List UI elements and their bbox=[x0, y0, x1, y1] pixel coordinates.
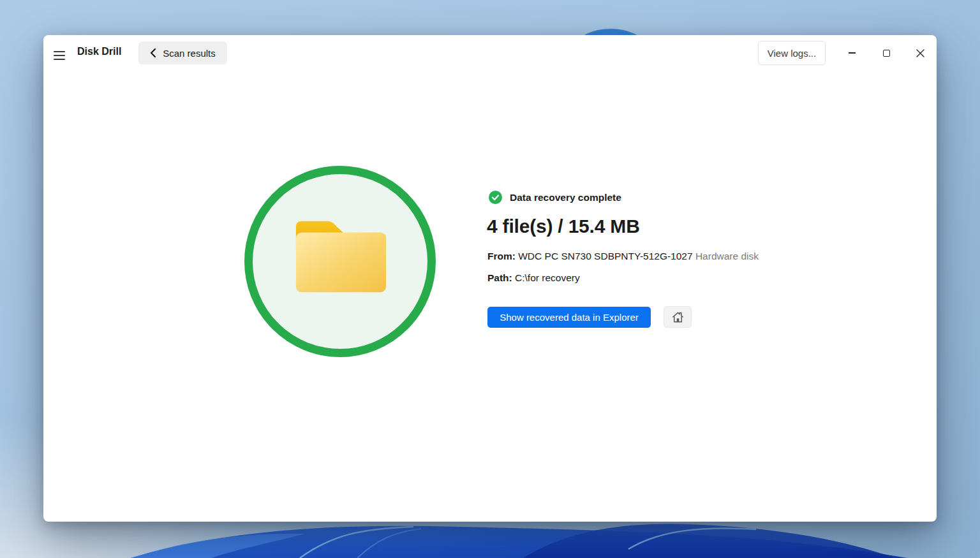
app-title: Disk Drill bbox=[77, 46, 121, 57]
check-circle-icon bbox=[489, 191, 502, 204]
home-icon bbox=[671, 310, 685, 325]
app-window: Disk Drill Scan results View logs... bbox=[43, 35, 937, 522]
minimize-button[interactable] bbox=[839, 41, 865, 64]
source-device: WDC PC SN730 SDBPNTY-512G-1027 bbox=[518, 251, 692, 261]
status-row: Data recovery complete bbox=[489, 191, 621, 204]
source-kind: Hardware disk bbox=[695, 251, 759, 261]
minimize-icon bbox=[849, 52, 856, 53]
maximize-button[interactable] bbox=[873, 41, 899, 64]
home-button[interactable] bbox=[664, 306, 692, 328]
close-button[interactable] bbox=[907, 41, 933, 64]
success-circle bbox=[244, 166, 436, 357]
close-icon bbox=[916, 49, 924, 57]
bloom-flower-bottom bbox=[0, 521, 980, 558]
desktop-wallpaper: Disk Drill Scan results View logs... bbox=[0, 0, 980, 558]
folder-icon bbox=[293, 219, 389, 294]
hamburger-menu-button[interactable] bbox=[54, 47, 71, 64]
chevron-left-icon bbox=[150, 48, 156, 58]
scan-results-back-button[interactable]: Scan results bbox=[138, 41, 227, 64]
from-label: From: bbox=[487, 251, 516, 261]
path-value: C:\for recovery bbox=[515, 272, 580, 283]
view-logs-button[interactable]: View logs... bbox=[758, 41, 826, 65]
from-line: From: WDC PC SN730 SDBPNTY-512G-1027 Har… bbox=[487, 251, 759, 262]
recovery-status-text: Data recovery complete bbox=[510, 192, 621, 203]
path-line: Path: C:\for recovery bbox=[487, 272, 580, 284]
recovery-summary: 4 file(s) / 15.4 MB bbox=[487, 216, 640, 237]
hamburger-icon bbox=[54, 51, 65, 52]
show-in-explorer-button[interactable]: Show recovered data in Explorer bbox=[487, 307, 651, 328]
scan-results-label: Scan results bbox=[163, 48, 216, 59]
maximize-icon bbox=[883, 50, 890, 57]
path-label: Path: bbox=[487, 272, 512, 283]
